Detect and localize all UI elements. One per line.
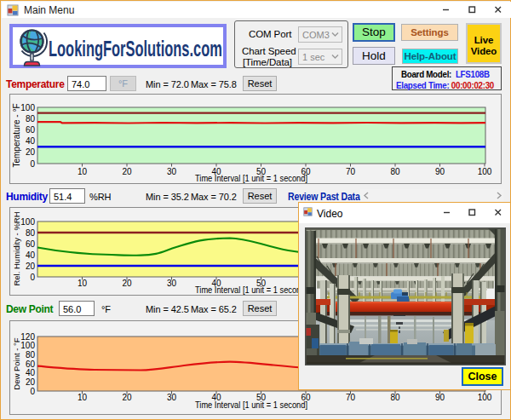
svg-text:30: 30: [167, 393, 177, 402]
svg-text:10: 10: [78, 393, 88, 402]
svg-text:90: 90: [435, 393, 445, 402]
svg-text:100: 100: [20, 103, 35, 112]
svg-text:120: 120: [20, 332, 35, 342]
svg-text:80: 80: [390, 167, 400, 176]
svg-text:80: 80: [26, 114, 36, 124]
svg-text:Time Interval [1 unit = 1 seco: Time Interval [1 unit = 1 second]: [195, 400, 307, 410]
svg-text:20: 20: [26, 147, 36, 157]
svg-text:70: 70: [346, 393, 356, 402]
svg-text:40: 40: [26, 368, 36, 377]
svg-text:60: 60: [26, 360, 36, 369]
svg-text:100: 100: [20, 217, 35, 227]
svg-text:10: 10: [78, 167, 88, 176]
svg-text:80: 80: [26, 350, 36, 360]
svg-text:Time Interval [1 unit = 1 seco: Time Interval [1 unit = 1 second]: [195, 285, 307, 295]
svg-text:100: 100: [20, 341, 35, 350]
svg-text:60: 60: [26, 125, 36, 135]
svg-text:60: 60: [26, 239, 36, 249]
svg-text:Time Interval [1 unit = 1 seco: Time Interval [1 unit = 1 second]: [195, 174, 307, 183]
svg-text:30: 30: [167, 167, 177, 176]
svg-text:20: 20: [26, 377, 36, 387]
svg-text:0: 0: [30, 387, 35, 396]
svg-text:100: 100: [478, 167, 492, 176]
svg-text:100: 100: [478, 393, 492, 402]
svg-text:0: 0: [30, 273, 35, 282]
svg-text:80: 80: [26, 228, 36, 238]
svg-text:40: 40: [26, 136, 36, 146]
svg-text:70: 70: [346, 167, 356, 176]
svg-text:0: 0: [30, 159, 35, 169]
svg-text:40: 40: [26, 250, 36, 260]
svg-text:90: 90: [435, 167, 445, 176]
svg-text:Dew Point - °F: Dew Point - °F: [12, 337, 21, 390]
svg-text:Temperature - °F: Temperature - °F: [12, 103, 21, 167]
svg-text:20: 20: [122, 279, 132, 288]
svg-text:20: 20: [122, 393, 132, 402]
svg-text:20: 20: [26, 262, 36, 271]
svg-text:80: 80: [390, 393, 400, 402]
svg-text:20: 20: [122, 167, 132, 176]
svg-text:Rel. Humidity - %RH: Rel. Humidity - %RH: [12, 211, 21, 285]
svg-text:30: 30: [167, 279, 177, 288]
svg-text:10: 10: [78, 279, 88, 288]
